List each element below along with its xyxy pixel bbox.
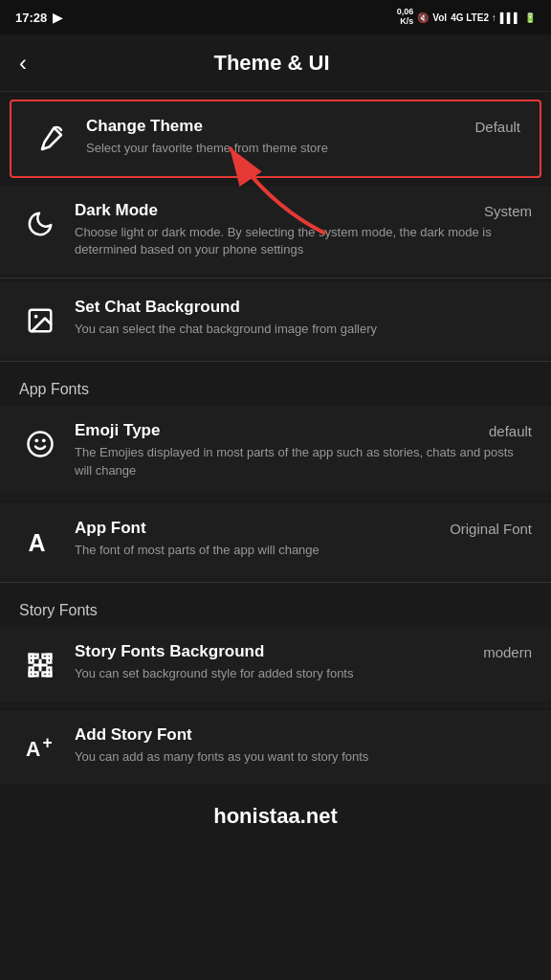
app-font-title-row: App Font Original Font [75, 519, 532, 542]
add-story-font-desc: You can add as many fonts as you want to… [75, 748, 532, 766]
story-fonts-background-title: Story Fonts Background [75, 642, 264, 661]
youtube-icon: ▶ [53, 11, 62, 25]
app-font-content: App Font Original Font The font of most … [75, 519, 532, 559]
svg-text:A: A [29, 529, 46, 556]
divider-4 [0, 582, 551, 583]
add-font-icon: A + [19, 727, 61, 769]
change-theme-content: Change Theme Default Select your favorit… [86, 117, 520, 157]
brush-icon [31, 119, 73, 161]
dark-mode-content: Dark Mode System Choose light or dark mo… [75, 201, 532, 258]
emoji-type-title-row: Emoji Type default [75, 421, 532, 444]
app-font-desc: The font of most parts of the app will c… [75, 542, 532, 559]
change-theme-item[interactable]: Change Theme Default Select your favorit… [10, 100, 541, 178]
time: 17:28 [15, 11, 47, 25]
dark-mode-title-row: Dark Mode System [75, 201, 532, 224]
set-chat-background-content: Set Chat Background You can select the c… [75, 298, 532, 338]
dark-mode-value: System [484, 203, 532, 219]
story-fonts-background-value: modern [483, 644, 532, 660]
set-chat-background-title-row: Set Chat Background [75, 298, 532, 321]
emoji-type-value: default [489, 423, 532, 439]
status-right: 0,06K/s 🔇 Vol 4G LTE2 ↑ ▌▌▌ 🔋 [397, 8, 536, 27]
svg-text:+: + [43, 734, 53, 752]
header: ‹ Theme & UI [0, 34, 551, 92]
dark-mode-title: Dark Mode [75, 201, 158, 220]
change-theme-title: Change Theme [86, 117, 203, 136]
settings-content: Change Theme Default Select your favorit… [0, 100, 551, 785]
mute-icon: 🔇 [417, 12, 429, 23]
dark-mode-desc: Choose light or dark mode. By selecting … [75, 224, 532, 258]
divider-1 [0, 278, 551, 278]
watermark: honistaa.net [0, 785, 551, 848]
story-fonts-background-desc: You can set background style for added s… [75, 665, 532, 682]
app-font-item[interactable]: A App Font Original Font The font of mos… [0, 503, 551, 578]
change-theme-title-row: Change Theme Default [86, 117, 520, 140]
app-font-value: Original Font [450, 521, 532, 537]
change-theme-value: Default [474, 119, 520, 135]
back-button[interactable]: ‹ [15, 46, 31, 80]
add-story-font-title: Add Story Font [75, 725, 192, 745]
vol-label: Vol [432, 12, 447, 23]
emoji-icon [19, 423, 61, 465]
status-bar: 17:28 ▶ 0,06K/s 🔇 Vol 4G LTE2 ↑ ▌▌▌ 🔋 [0, 0, 551, 34]
svg-point-3 [34, 315, 38, 319]
svg-point-4 [29, 433, 53, 457]
dark-mode-item[interactable]: Dark Mode System Choose light or dark mo… [0, 186, 551, 274]
image-icon [19, 300, 61, 342]
svg-text:A: A [26, 737, 40, 760]
status-left: 17:28 ▶ [15, 11, 62, 25]
add-story-font-title-row: Add Story Font [75, 725, 532, 748]
divider-2 [0, 361, 551, 362]
story-fonts-background-item[interactable]: Story Fonts Background modern You can se… [0, 627, 551, 702]
set-chat-background-title: Set Chat Background [75, 298, 240, 317]
emoji-type-content: Emoji Type default The Emojies displayed… [75, 421, 532, 479]
app-font-title: App Font [75, 519, 146, 538]
add-story-font-item[interactable]: A + Add Story Font You can add as many f… [0, 710, 551, 785]
svg-point-0 [41, 146, 45, 150]
add-story-font-content: Add Story Font You can add as many fonts… [75, 725, 532, 766]
story-fonts-background-content: Story Fonts Background modern You can se… [75, 642, 532, 682]
set-chat-background-desc: You can select the chat background image… [75, 321, 532, 338]
battery-icon: 🔋 [524, 12, 536, 23]
lte-icon: 4G LTE2 ↑ [451, 12, 496, 23]
change-theme-desc: Select your favorite theme from theme st… [86, 140, 520, 157]
font-a-icon: A [19, 521, 61, 563]
set-chat-background-item[interactable]: Set Chat Background You can select the c… [0, 282, 551, 357]
story-fonts-label: Story Fonts [0, 587, 551, 627]
moon-icon [19, 203, 61, 245]
divider-3 [0, 499, 551, 500]
divider-5 [0, 705, 551, 706]
emoji-type-desc: The Emojies displayed in most parts of t… [75, 444, 532, 479]
story-fonts-background-title-row: Story Fonts Background modern [75, 642, 532, 665]
story-font-icon [19, 644, 61, 686]
signal-icon: ▌▌▌ [500, 12, 520, 23]
emoji-type-title: Emoji Type [75, 421, 160, 440]
app-fonts-label: App Fonts [0, 366, 551, 406]
emoji-type-item[interactable]: Emoji Type default The Emojies displayed… [0, 406, 551, 494]
page-title: Theme & UI [46, 51, 497, 76]
network-speed: 0,06K/s [397, 8, 414, 27]
